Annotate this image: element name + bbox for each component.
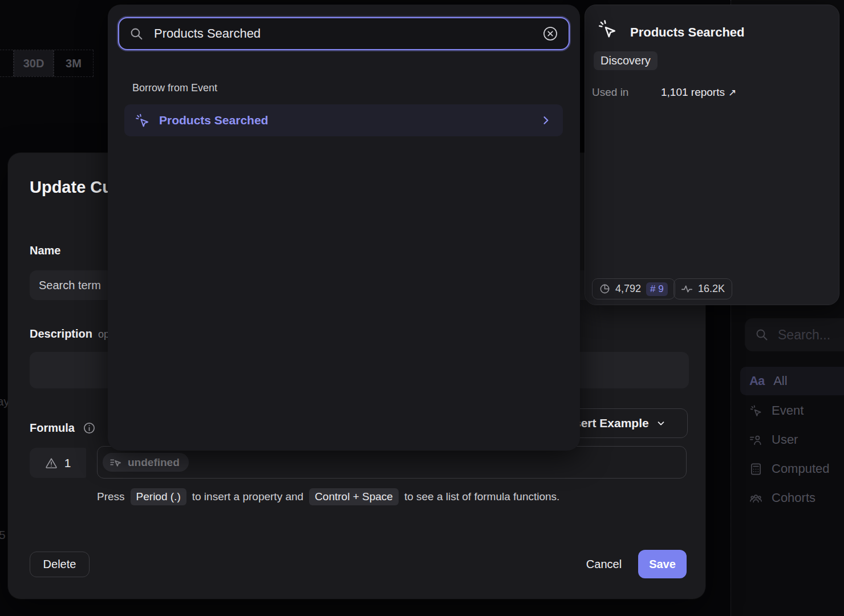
sidebar-item-label: User [772, 432, 798, 447]
event-search-input[interactable] [153, 26, 533, 42]
used-in-label: Used in [592, 86, 661, 99]
hint-text: to insert a property and [192, 491, 303, 503]
queries-count: 4,792 [615, 283, 641, 295]
event-card-title: Products Searched [630, 25, 745, 40]
time-range-selector: D 30D 3M [0, 50, 94, 77]
sidebar-search-field[interactable] [745, 318, 844, 351]
modal-title: Update Cu [30, 178, 112, 197]
hint-text: Press [97, 491, 125, 503]
description-label: Description [30, 327, 92, 341]
rank-badge: # 9 [646, 282, 668, 296]
sidebar-item-all[interactable]: Aa All [740, 367, 844, 395]
delete-button[interactable]: Delete [30, 552, 90, 577]
event-detail-card: Products Searched Discovery Used in 1,10… [585, 5, 839, 305]
token-label: undefined [128, 456, 180, 469]
clear-search-icon[interactable] [542, 26, 558, 42]
pie-chart-icon [599, 283, 610, 294]
event-search-field[interactable] [118, 17, 570, 50]
app-root: D 30D 3M lay 5 Aa All Event [0, 0, 844, 616]
sidebar-item-label: Event [772, 403, 804, 418]
warning-count: 1 [64, 456, 71, 470]
formula-hint: Press Period (.) to insert a property an… [97, 488, 559, 505]
warning-icon [45, 457, 58, 469]
formula-input[interactable]: undefined [97, 446, 687, 479]
save-button[interactable]: Save [638, 550, 687, 578]
external-link-icon: ↗ [728, 87, 736, 99]
text-format-icon: Aa [749, 374, 764, 388]
time-range-3m[interactable]: 3M [54, 50, 94, 76]
event-icon [749, 404, 762, 418]
time-range-7d[interactable]: D [0, 50, 14, 76]
calculator-icon [749, 463, 762, 476]
custom-event-icon [109, 456, 122, 469]
cancel-button[interactable]: Cancel [575, 552, 632, 577]
volume-count: 16.2K [698, 283, 725, 295]
kbd-period: Period (.) [131, 488, 186, 505]
used-in-reports-link[interactable]: 1,101 reports ↗ [661, 86, 736, 99]
reports-count: 1,101 reports [661, 86, 725, 99]
event-search-modal: Borrow from Event Products Searched [108, 5, 580, 451]
sidebar-item-label: All [773, 374, 787, 388]
sidebar-item-user[interactable]: User [740, 425, 844, 454]
volume-stat-pill: 16.2K [673, 278, 732, 299]
event-icon [597, 19, 618, 39]
event-result-row[interactable]: Products Searched [124, 104, 563, 136]
user-icon [749, 433, 762, 447]
search-icon [755, 328, 769, 342]
chevron-down-icon [656, 418, 666, 428]
sidebar-item-label: Computed [772, 461, 830, 476]
cohorts-icon [749, 492, 762, 505]
sidebar-item-cohorts[interactable]: Cohorts [740, 484, 844, 512]
event-result-label: Products Searched [159, 114, 531, 127]
search-icon [129, 27, 144, 41]
borrow-from-event-label: Borrow from Event [132, 82, 217, 94]
sidebar-item-event[interactable]: Event [740, 396, 844, 425]
kbd-control-space: Control + Space [309, 488, 399, 505]
category-badge: Discovery [594, 51, 658, 70]
time-range-30d[interactable]: 30D [14, 50, 54, 76]
queries-stat-pill: 4,792 # 9 [592, 278, 675, 299]
background-axis-fragment: 5 [0, 528, 6, 542]
event-icon [135, 113, 150, 128]
chevron-right-icon [540, 115, 551, 126]
undefined-token[interactable]: undefined [103, 453, 189, 472]
name-label: Name [30, 244, 60, 257]
sidebar-item-label: Cohorts [772, 491, 815, 505]
formula-warning-badge[interactable]: 1 [30, 448, 86, 478]
sidebar-item-computed[interactable]: Computed [740, 455, 844, 483]
sidebar-search-input[interactable] [777, 327, 844, 343]
hint-text: to see a list of formula functions. [404, 491, 559, 503]
formula-label: Formula [30, 422, 75, 435]
info-icon[interactable] [83, 422, 96, 435]
activity-icon [681, 283, 693, 295]
